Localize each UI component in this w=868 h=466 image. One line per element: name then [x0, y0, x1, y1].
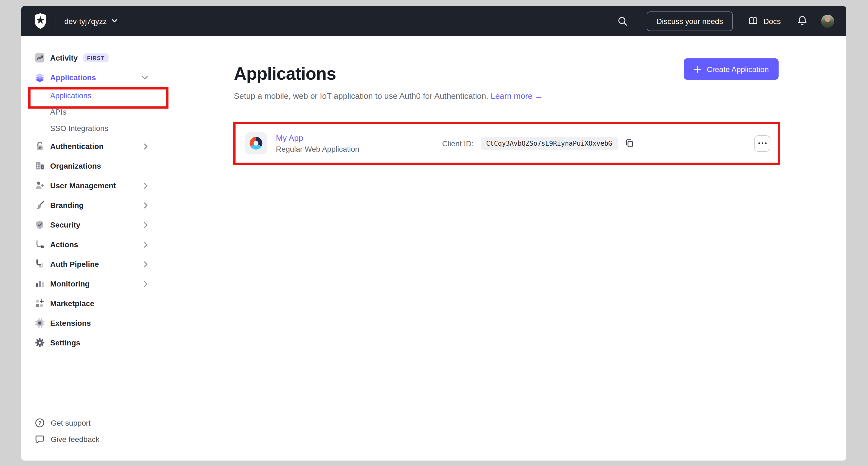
sidebar-item-label: Actions: [50, 240, 78, 249]
grid-plus-icon: [35, 298, 45, 308]
footer-item-label: Get support: [51, 418, 91, 427]
chevron-right-icon: [144, 182, 148, 188]
discuss-your-needs-button[interactable]: Discuss your needs: [647, 11, 733, 31]
sidebar-item-actions[interactable]: Actions: [21, 235, 166, 254]
sidebar-item-label: Branding: [50, 201, 84, 209]
chevron-down-icon: [142, 76, 148, 79]
user-avatar[interactable]: [821, 14, 834, 28]
sidebar-item-monitoring[interactable]: Monitoring: [21, 274, 166, 294]
tenant-name: dev-tyj7qyzz: [64, 17, 107, 25]
flow-icon: [35, 239, 45, 250]
copy-icon[interactable]: [624, 138, 634, 148]
chat-bubble-icon: [35, 434, 45, 444]
chevron-down-icon: [112, 19, 117, 23]
chevron-right-icon: [144, 281, 148, 287]
application-name-link[interactable]: My App: [276, 133, 359, 142]
app-window: dev-tyj7qyzz Discuss your needs Docs: [21, 6, 846, 461]
sidebar-item-label: User Management: [50, 181, 116, 190]
sidebar-item-extensions[interactable]: Extensions: [21, 313, 166, 333]
client-id-label: Client ID:: [442, 139, 473, 148]
first-badge: FIRST: [83, 54, 108, 62]
row-actions-menu-button[interactable]: [754, 135, 770, 151]
screenshot-canvas: dev-tyj7qyzz Discuss your needs Docs: [0, 0, 868, 466]
chevron-right-icon: [144, 202, 148, 208]
search-icon[interactable]: [617, 16, 628, 26]
sidebar-item-label: Extensions: [50, 319, 91, 327]
sidebar-item-applications[interactable]: Applications: [21, 68, 166, 87]
pipeline-icon: [35, 259, 45, 269]
user-gear-icon: [35, 181, 45, 191]
docs-link[interactable]: Docs: [748, 17, 781, 26]
layers-icon: [35, 72, 45, 82]
sidebar-subitem-sso-integrations[interactable]: SSO Integrations: [21, 120, 166, 137]
create-application-button[interactable]: Create Application: [684, 58, 779, 80]
sidebar-item-marketplace[interactable]: Marketplace: [21, 294, 166, 313]
book-icon: [748, 17, 758, 26]
bar-chart-icon: [35, 279, 45, 289]
gear-icon: [35, 338, 45, 348]
page-title: Applications: [234, 63, 543, 85]
sidebar-item-user-management[interactable]: User Management: [21, 176, 166, 195]
sidebar-footer: ? Get support Give feedback: [21, 415, 166, 461]
tenant-switcher[interactable]: dev-tyj7qyzz: [64, 17, 117, 25]
sidebar-item-label: Organizations: [50, 162, 101, 170]
chevron-right-icon: [144, 241, 148, 247]
lock-icon: [35, 141, 45, 151]
sidebar-item-label: Activity: [50, 54, 78, 62]
give-feedback-link[interactable]: Give feedback: [21, 431, 166, 447]
application-row: My App Regular Web Application Client ID…: [234, 125, 779, 162]
application-logo: [245, 132, 267, 154]
topbar-divider: [56, 14, 56, 28]
sidebar-item-security[interactable]: Security: [21, 215, 166, 235]
sidebar-item-label: Monitoring: [50, 280, 90, 288]
chevron-right-icon: [144, 222, 148, 228]
sidebar-item-auth-pipeline[interactable]: Auth Pipeline: [21, 254, 166, 274]
building-icon: [35, 161, 45, 171]
get-support-link[interactable]: ? Get support: [21, 415, 166, 431]
chip-icon: [35, 318, 45, 328]
shield-check-icon: [35, 220, 45, 230]
main-content: Applications Setup a mobile, web or IoT …: [166, 36, 846, 461]
arrow-right-icon: →: [535, 91, 543, 100]
sidebar-item-label: Authentication: [50, 142, 103, 151]
application-type: Regular Web Application: [276, 145, 359, 153]
notifications-bell-icon[interactable]: [797, 15, 807, 27]
sidebar-subitem-apis[interactable]: APIs: [21, 104, 166, 120]
docs-label: Docs: [763, 17, 781, 25]
sidebar-item-label: Auth Pipeline: [50, 260, 99, 268]
paintbrush-icon: [35, 200, 45, 210]
sidebar-item-label: Applications: [50, 73, 96, 82]
help-circle-icon: ?: [35, 418, 45, 428]
topbar-right: Discuss your needs Docs: [617, 11, 834, 31]
chevron-right-icon: [144, 261, 148, 267]
sidebar-item-label: Marketplace: [50, 299, 94, 308]
ellipsis-icon: [758, 142, 766, 144]
sidebar-item-activity[interactable]: Activity FIRST: [21, 48, 166, 68]
chevron-right-icon: [144, 143, 148, 149]
sidebar-subitem-applications[interactable]: Applications: [21, 87, 166, 104]
footer-item-label: Give feedback: [51, 435, 99, 444]
sidebar-item-branding[interactable]: Branding: [21, 195, 166, 215]
page-header: Applications Setup a mobile, web or IoT …: [234, 63, 779, 103]
sidebar-item-organizations[interactable]: Organizations: [21, 156, 166, 176]
learn-more-link[interactable]: Learn more: [491, 91, 532, 100]
sidebar-item-label: Settings: [50, 338, 80, 347]
auth0-logo-icon: [33, 13, 48, 29]
top-bar: dev-tyj7qyzz Discuss your needs Docs: [21, 6, 846, 36]
activity-icon: [35, 53, 45, 63]
sidebar-nav: Activity FIRST Applications: [21, 36, 166, 461]
sidebar-item-settings[interactable]: Settings: [21, 333, 166, 352]
plus-icon: [694, 65, 702, 73]
page-subtitle: Setup a mobile, web or IoT application t…: [234, 89, 543, 103]
sidebar-item-label: Security: [50, 221, 81, 229]
sidebar-item-authentication[interactable]: Authentication: [21, 137, 166, 156]
content-area: Activity FIRST Applications: [21, 36, 846, 461]
client-id-value: CtCqy3AvbQZSo7sE9RiynaPuiXOxvebG: [480, 137, 617, 150]
